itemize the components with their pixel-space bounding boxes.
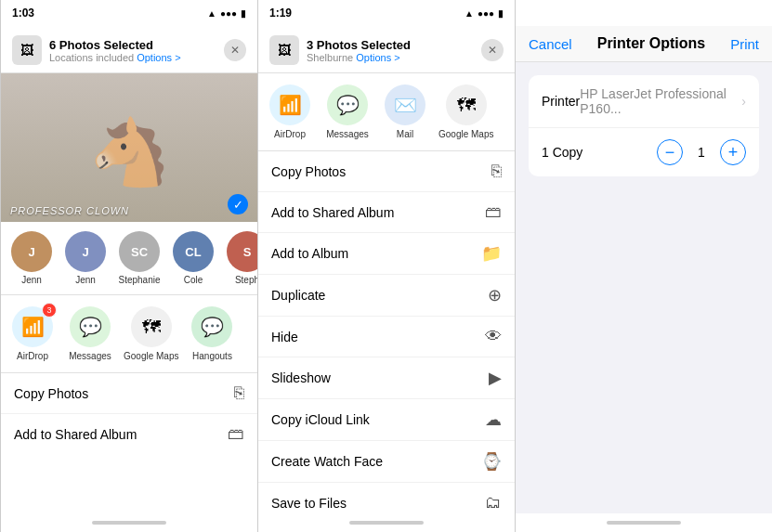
menu-copy-icloud-2[interactable]: Copy iCloud Link ☁ [258,399,515,441]
copy-photos-icon-2: ⎘ [491,162,502,181]
battery-icon-2: ▮ [498,8,504,19]
copy-photos-label-2: Copy Photos [271,164,346,179]
wifi-icon-2: ▲ [465,8,474,19]
menu-save-files-2[interactable]: Save to Files 🗂 [258,483,515,513]
status-bar-3 [516,0,772,26]
decrement-button[interactable]: − [657,139,683,165]
contact-stephanie[interactable]: SC Stephanie [116,231,163,285]
signal-icon-1: ●●● [220,8,237,19]
battery-icon-1: ▮ [241,8,246,19]
app-airdrop-2[interactable]: 📶 AirDrop [266,84,314,139]
app-googlemaps-1[interactable]: 🗺 Google Maps [124,306,178,361]
home-bar-1 [92,521,166,525]
menu-add-shared-1[interactable]: Add to Shared Album 🗃 [1,414,257,454]
close-button-2[interactable]: ✕ [481,39,504,61]
options-link-2[interactable]: Options > [356,52,399,63]
copies-value: 1 [694,145,709,160]
menu-hide-2[interactable]: Hide 👁 [258,317,515,357]
airdrop-icon-1: 📶 3 [12,306,53,347]
app-mail-2[interactable]: ✉️ Mail [381,84,429,139]
contact-avatar-cole: CL [173,231,214,272]
hide-icon-2: 👁 [485,327,502,346]
contact-avatar-steph2: S [227,231,257,272]
save-files-label-2: Save to Files [271,496,347,511]
status-time-1: 1:03 [12,6,34,19]
wifi-icon-1: ▲ [207,8,216,19]
contact-cole[interactable]: CL Cole [170,231,216,285]
contact-avatar-jenn1: J [11,231,52,272]
share-header-thumb-1: 🖼 [12,35,42,65]
signal-icon-2: ●●● [478,8,494,19]
app-messages-1[interactable]: 💬 Messages [66,306,114,361]
panel-1: 1:03 ▲ ●●● ▮ 🖼 6 Photos Selected Locatio… [0,0,257,532]
printer-value-text: HP LaserJet Professional P160... [580,86,738,116]
menu-copy-photos-1[interactable]: Copy Photos ⎘ [1,373,257,414]
share-title-2: 3 Photos Selected [307,38,474,52]
menu-add-album-2[interactable]: Add to Album 📁 [258,233,515,275]
app-googlemaps-2[interactable]: 🗺 Google Maps [438,84,493,139]
printer-content: Printer HP LaserJet Professional P160...… [516,62,772,301]
copy-icloud-label-2: Copy iCloud Link [271,412,370,427]
printer-printer-value: HP LaserJet Professional P160... › [580,86,746,116]
contacts-row-1: J Jenn J Jenn SC Stephanie CL Cole S Ste… [1,222,257,295]
home-indicator-3 [516,513,772,532]
messages-icon-1: 💬 [70,306,111,347]
menu-copy-photos-label-1: Copy Photos [14,386,88,401]
share-header-text-2: 3 Photos Selected Shelburne Options > [307,38,474,63]
printer-title: Printer Options [597,35,705,52]
menu-create-watch-face-2[interactable]: Create Watch Face ⌚ [258,441,515,483]
duplicate-icon-2: ⊕ [488,285,502,305]
photo-check-1: ✓ [228,194,248,214]
status-bar-1: 1:03 ▲ ●●● ▮ [1,0,257,26]
photo-preview-1: 🐴 PROFESSOR CLOWN ✓ [1,73,257,222]
menu-add-shared-label-1: Add to Shared Album [14,427,137,442]
increment-button[interactable]: + [720,139,746,165]
home-indicator-1 [1,513,257,532]
options-link-1[interactable]: Options > [137,52,180,63]
mail-label-2: Mail [397,129,413,139]
menu-slideshow-2[interactable]: Slideshow ▶ [258,357,515,399]
app-hangouts-1[interactable]: 💬 Hangouts [188,306,236,361]
status-bar-2: 1:19 ▲ ●●● ▮ [258,0,515,26]
messages-label-2: Messages [326,129,369,139]
printer-printer-row[interactable]: Printer HP LaserJet Professional P160...… [529,75,759,128]
maps-label-2: Google Maps [438,129,493,139]
app-icons-row-1: 📶 3 AirDrop 💬 Messages 🗺 Google Maps 💬 H… [1,295,257,373]
save-files-icon-2: 🗂 [485,493,502,513]
copy-icloud-icon-2: ☁ [485,409,502,430]
contact-avatar-jenn2: J [65,231,106,272]
contact-label-steph2: Steph [235,275,257,285]
menu-duplicate-2[interactable]: Duplicate ⊕ [258,275,515,317]
contact-steph2[interactable]: S Steph [224,231,257,285]
menu-list-2: Copy Photos ⎘ Add to Shared Album 🗃 Add … [258,151,515,513]
home-bar-2 [349,521,424,525]
app-messages-2[interactable]: 💬 Messages [323,84,372,139]
printer-chevron-icon: › [741,94,746,109]
menu-add-shared-2[interactable]: Add to Shared Album 🗃 [258,192,515,233]
panel-3: Cancel Printer Options Print Printer HP … [515,0,772,532]
menu-list-1: Copy Photos ⎘ Add to Shared Album 🗃 [1,373,257,513]
contact-jenn-2[interactable]: J Jenn [62,231,109,285]
airdrop-label-2: AirDrop [274,129,306,139]
app-airdrop-1[interactable]: 📶 3 AirDrop [8,306,57,361]
printer-cancel-button[interactable]: Cancel [529,36,572,52]
airdrop-label-1: AirDrop [17,351,48,361]
close-button-1[interactable]: ✕ [224,39,246,61]
copy-stepper: − 1 + [657,139,746,165]
share-header-2: 🖼 3 Photos Selected Shelburne Options > … [258,26,515,73]
share-sub-2: Shelburne Options > [307,52,474,63]
watch-face-icon-2: ⌚ [481,451,502,472]
share-header-1: 🖼 6 Photos Selected Locations included O… [1,26,257,73]
printer-print-button[interactable]: Print [730,36,759,52]
contact-jenn-1[interactable]: J Jenn [8,231,55,285]
contact-label-steph: Stephanie [118,275,160,285]
add-shared-icon-1: 🗃 [228,424,244,444]
duplicate-label-2: Duplicate [271,288,325,303]
photo-silhouette-1: 🐴 [89,114,170,190]
add-album-label-2: Add to Album [271,246,348,261]
status-icons-2: ▲ ●●● ▮ [465,8,504,19]
menu-copy-photos-2[interactable]: Copy Photos ⎘ [258,151,515,192]
share-header-text-1: 6 Photos Selected Locations included Opt… [49,38,216,63]
messages-icon-2: 💬 [327,84,368,125]
contact-label-jenn2: Jenn [75,275,96,285]
